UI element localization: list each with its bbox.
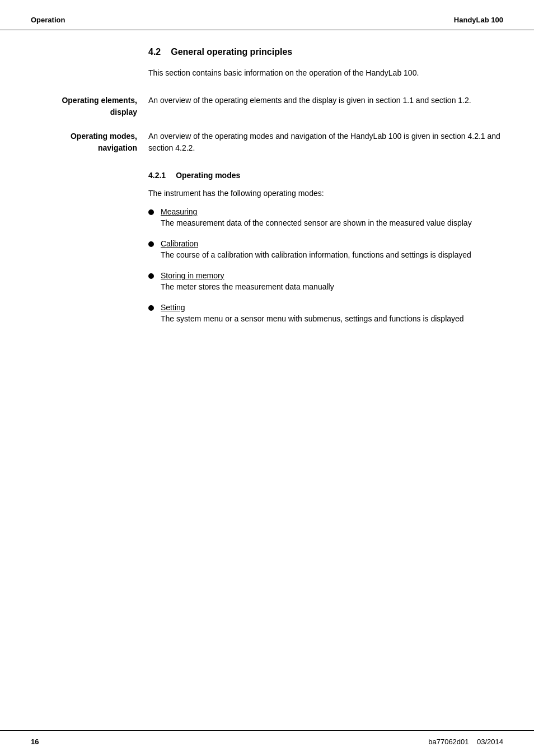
section-intro: This section contains basic information … bbox=[148, 67, 503, 79]
bullet-content: Calibration The course of a calibration … bbox=[161, 239, 503, 261]
subsection-heading: 4.2.1 Operating modes bbox=[148, 171, 503, 180]
section-title: General operating principles bbox=[171, 47, 292, 57]
list-item: Calibration The course of a calibration … bbox=[148, 239, 503, 261]
bullet-dot bbox=[148, 273, 154, 279]
section-heading-block: 4.2 General operating principles This se… bbox=[31, 47, 503, 79]
section-number: 4.2 bbox=[148, 47, 161, 57]
bullet-content: Storing in memory The meter stores the m… bbox=[161, 271, 503, 293]
list-item: Storing in memory The meter stores the m… bbox=[148, 271, 503, 293]
subsection-block: 4.2.1 Operating modes The instrument has… bbox=[31, 171, 503, 325]
row-operating-elements: Operating elements, display An overview … bbox=[31, 95, 503, 118]
bullet-link[interactable]: Measuring bbox=[161, 207, 503, 216]
footer-doc-ref: ba77062d01 03/2014 bbox=[428, 738, 503, 746]
page-header: Operation HandyLab 100 bbox=[0, 0, 534, 30]
bullet-description: The measurement data of the connected se… bbox=[161, 218, 472, 227]
operating-modes-list: Measuring The measurement data of the co… bbox=[148, 207, 503, 325]
row-label-operating-modes: Operating modes, navigation bbox=[31, 130, 148, 154]
page: Operation HandyLab 100 4.2 General opera… bbox=[0, 0, 534, 756]
page-footer: 16 ba77062d01 03/2014 bbox=[0, 730, 534, 756]
bullet-description: The course of a calibration with calibra… bbox=[161, 250, 471, 259]
list-item: Setting The system menu or a sensor menu… bbox=[148, 303, 503, 325]
bullet-description: The system menu or a sensor menu with su… bbox=[161, 314, 464, 323]
row-operating-modes: Operating modes, navigation An overview … bbox=[31, 130, 503, 154]
bullet-dot bbox=[148, 241, 154, 247]
bullet-link[interactable]: Calibration bbox=[161, 239, 503, 248]
bullet-dot bbox=[148, 209, 154, 215]
subsection-number: 4.2.1 bbox=[148, 171, 166, 180]
header-left-text: Operation bbox=[31, 16, 65, 24]
row-content-operating-elements: An overview of the operating elements an… bbox=[148, 95, 503, 118]
subsection-intro: The instrument has the following operati… bbox=[148, 188, 503, 199]
bullet-link[interactable]: Setting bbox=[161, 303, 503, 312]
row-label-operating-elements: Operating elements, display bbox=[31, 95, 148, 118]
bullet-dot bbox=[148, 305, 154, 311]
bullet-content: Setting The system menu or a sensor menu… bbox=[161, 303, 503, 325]
footer-page-number: 16 bbox=[31, 738, 39, 746]
bullet-link[interactable]: Storing in memory bbox=[161, 271, 503, 280]
row-content-operating-modes: An overview of the operating modes and n… bbox=[148, 130, 503, 154]
content-area: 4.2 General operating principles This se… bbox=[0, 47, 534, 380]
bullet-content: Measuring The measurement data of the co… bbox=[161, 207, 503, 229]
header-right-text: HandyLab 100 bbox=[454, 16, 503, 24]
list-item: Measuring The measurement data of the co… bbox=[148, 207, 503, 229]
subsection-title: Operating modes bbox=[176, 171, 240, 180]
section-heading: 4.2 General operating principles bbox=[148, 47, 503, 57]
bullet-description: The meter stores the measurement data ma… bbox=[161, 282, 334, 291]
